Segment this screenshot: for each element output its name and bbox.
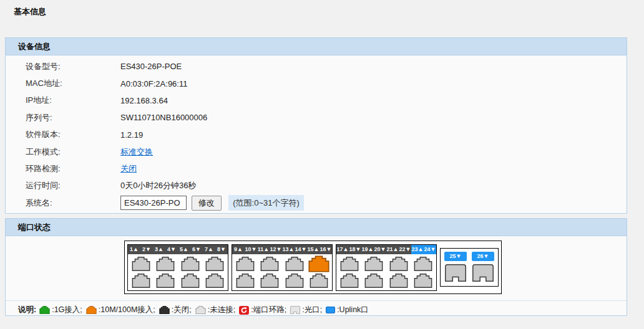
legend-loop-icon: [239, 306, 249, 315]
row-label-serial-number: 序列号:: [26, 112, 120, 123]
port-label: 7▲: [203, 245, 215, 254]
row-value-uptime: 0天0小时26分钟36秒: [120, 180, 196, 191]
port-row: [233, 272, 331, 289]
legend-label-3: :关闭;: [172, 305, 192, 315]
legend-label-5: :端口环路;: [251, 305, 286, 315]
port-icon-15[interactable]: [308, 255, 330, 272]
port-legend: 说明: :1G接入;:10M/100M接入;:关闭;:未连接;:端口环路;:光口…: [6, 300, 627, 319]
row-value-loop-detect: 关闭: [120, 163, 137, 174]
port-icon-21[interactable]: [389, 257, 408, 271]
modify-button[interactable]: 修改: [192, 196, 222, 211]
port-icon-6[interactable]: [181, 274, 200, 288]
port-block-header: 17▲18▼19▲20▼21▲22▼23▲24▼: [336, 245, 436, 254]
device-info-row-serial-number: 序列号:SW110710NB16000006: [6, 109, 627, 126]
port-label: 18▼: [349, 245, 361, 254]
row-label-work-mode: 工作模式:: [26, 146, 120, 158]
port-label: 5▲: [178, 245, 190, 254]
port-label: 4▼: [165, 245, 178, 254]
port-label: 8▼: [215, 245, 228, 254]
port-icon-17[interactable]: [340, 257, 359, 271]
port-icon-12[interactable]: [260, 274, 279, 288]
port-icon-18[interactable]: [340, 274, 359, 288]
legend-item-1: :1G接入;: [39, 305, 82, 315]
fiber-port-25: 25▼: [444, 252, 467, 282]
legend-item-6: :光口;: [290, 305, 322, 315]
link-work-mode[interactable]: 标准交换: [120, 147, 153, 156]
port-label: 23▲: [411, 245, 424, 254]
port-label: 9▲: [232, 245, 245, 254]
row-label-loop-detect: 环路检测:: [26, 163, 120, 174]
legend-label-7: :Uplink口: [337, 305, 369, 315]
row-label-uptime: 运行时间:: [26, 180, 120, 191]
port-icon-22[interactable]: [389, 274, 408, 288]
row-label-mac-address: MAC地址:: [26, 78, 120, 89]
legend-title: 说明:: [18, 305, 36, 315]
page-title: 基本信息: [14, 6, 46, 17]
port-icon-8[interactable]: [205, 274, 224, 288]
system-name-label: 系统名:: [26, 198, 120, 209]
device-info-row-mac-address: MAC地址:A0:03:0F:2A:96:11: [6, 75, 627, 92]
port-block-body: [336, 254, 436, 290]
legend-rj45-icon: [86, 306, 97, 314]
port-block-2: 9▲10▼11▲12▼13▲14▼15▲16▼: [232, 244, 333, 291]
port-label: 10▼: [245, 245, 257, 254]
system-name-row: 系统名: 修改 (范围:0~31个字符): [6, 194, 627, 211]
port-icon-4[interactable]: [156, 274, 175, 288]
port-outer-box: 1▲2▼3▲4▼5▲6▼7▲8▼9▲10▼11▲12▼13▲14▼15▲16▼1…: [124, 241, 502, 294]
port-icon-11[interactable]: [260, 257, 279, 271]
port-label: 17▲: [336, 245, 349, 254]
port-icon-7[interactable]: [205, 257, 224, 271]
device-info-title: 设备信息: [18, 42, 51, 51]
legend-label-6: :光口;: [302, 305, 322, 315]
device-info-rows: 设备型号:ES430-26P-POEMAC地址:A0:03:0F:2A:96:1…: [6, 55, 627, 194]
port-icon-20[interactable]: [364, 274, 383, 288]
row-value-mac-address: A0:03:0F:2A:96:11: [120, 79, 187, 88]
port-block-body: [232, 254, 332, 290]
device-info-header: 设备信息: [6, 38, 627, 55]
row-value-device-model: ES430-26P-POE: [120, 62, 182, 71]
port-label: 2▼: [140, 245, 153, 254]
port-icon-5[interactable]: [181, 257, 200, 271]
fiber-port-icon-26[interactable]: [472, 264, 494, 282]
port-icon-9[interactable]: [236, 257, 255, 271]
port-block-3: 17▲18▼19▲20▼21▲22▼23▲24▼: [336, 244, 437, 291]
port-icon-16[interactable]: [310, 274, 328, 288]
fiber-port-26: 26▼: [472, 252, 494, 282]
port-row: [233, 255, 331, 272]
device-info-panel: 设备信息 设备型号:ES430-26P-POEMAC地址:A0:03:0F:2A…: [5, 37, 627, 214]
legend-label-4: :未连接;: [208, 305, 235, 315]
port-label: 16▼: [320, 245, 332, 254]
port-label: 1▲: [128, 245, 140, 254]
legend-rj45-icon: [159, 306, 170, 314]
port-label: 13▲: [282, 245, 295, 254]
legend-label-2: :10M/100M接入;: [99, 305, 155, 315]
fiber-port-icon-25[interactable]: [445, 264, 466, 282]
port-icon-13[interactable]: [285, 257, 304, 271]
device-info-row-loop-detect: 环路检测:关闭: [6, 160, 627, 177]
system-name-controls: 修改 (范围:0~31个字符): [120, 196, 304, 211]
port-icon-10[interactable]: [236, 274, 255, 288]
row-value-work-mode: 标准交换: [120, 146, 153, 158]
port-icon-23[interactable]: [414, 257, 432, 271]
port-icon-2[interactable]: [132, 274, 150, 288]
legend-uplink-icon: [326, 307, 335, 313]
port-icon-24[interactable]: [414, 274, 432, 288]
legend-fiber-icon: [290, 306, 300, 314]
system-name-input[interactable]: [120, 196, 187, 210]
port-icon-3[interactable]: [156, 257, 175, 271]
legend-item-2: :10M/100M接入;: [86, 305, 155, 315]
legend-rj45-icon: [195, 306, 206, 314]
row-label-ip-address: IP地址:: [26, 95, 120, 106]
legend-item-7: :Uplink口: [326, 305, 369, 315]
port-row: [129, 272, 227, 289]
fiber-port-label-25: 25▼: [444, 252, 467, 261]
port-icon-1[interactable]: [132, 257, 150, 271]
port-icon-14[interactable]: [285, 274, 304, 288]
port-label: 20▼: [374, 245, 386, 254]
fiber-port-box: 25▼26▼: [440, 248, 499, 287]
port-icon-19[interactable]: [364, 257, 383, 271]
link-loop-detect[interactable]: 关闭: [120, 164, 137, 173]
port-status-title: 端口状态: [18, 222, 51, 232]
port-block-header: 1▲2▼3▲4▼5▲6▼7▲8▼: [128, 245, 228, 254]
row-label-software-version: 软件版本:: [26, 129, 120, 140]
